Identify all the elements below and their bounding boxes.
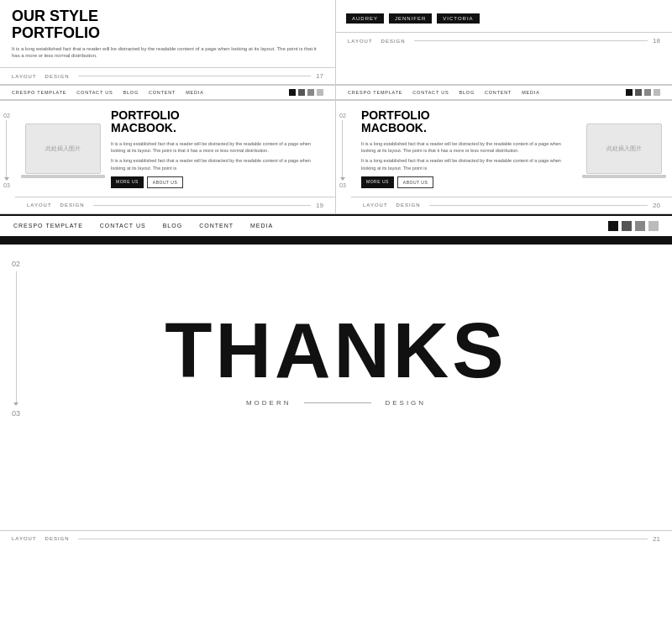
name-btn-victoria[interactable]: VICTORIA — [437, 13, 479, 24]
panel18-design-label: DESIGN — [381, 39, 406, 44]
full-nav-bar: CRESPO TEMPLATE CONTACT US BLOG CONTENT … — [0, 214, 672, 238]
sq-mid-1 — [307, 89, 314, 96]
panel20-num2: 03 — [339, 182, 346, 188]
panel17-page-num: 17 — [316, 72, 323, 80]
nav-right-item4[interactable]: CONTENT — [485, 90, 512, 95]
panel19-btn1[interactable]: MORE US — [111, 176, 144, 188]
full-sq-dark — [622, 221, 632, 231]
sq-black-2 — [626, 89, 633, 96]
nav-right-item3[interactable]: BLOG — [459, 90, 475, 95]
name-btn-jennifer[interactable]: JENNIFER — [389, 13, 432, 24]
panel19-image-placeholder: 此处插入图片 — [25, 124, 101, 174]
panel19-laptop: 此处插入图片 — [25, 109, 101, 188]
full-nav-item3[interactable]: BLOG — [163, 223, 182, 229]
panel20-body1: It is a long established fact that a rea… — [361, 140, 576, 155]
thanks-side-numbers: 02 03 — [12, 260, 20, 418]
full-nav-item4[interactable]: CONTENT — [199, 223, 234, 229]
nav-right-item5[interactable]: MEDIA — [522, 90, 539, 95]
panel17-layout-label: LAYOUT — [12, 74, 37, 79]
panel20-page-num: 20 — [653, 202, 660, 209]
panel20-footer-line — [429, 205, 648, 206]
panel19-num2: 03 — [3, 182, 10, 188]
panel20-laptop: 此处插入图片 — [586, 109, 662, 188]
nav-left-item2[interactable]: CONTACT US — [76, 90, 113, 95]
panel19-btn2[interactable]: ABOUT US — [147, 176, 183, 188]
panel20-layout-label: LAYOUT — [363, 202, 388, 208]
panel-18: AUDREY JENNIFER VICTORIA LAYOUT DESIGN 1… — [336, 0, 672, 84]
panel20-btn1[interactable]: MORE US — [361, 176, 394, 188]
sq-dark-2 — [635, 89, 642, 96]
nav-right-item1[interactable]: CRESPO TEMPLATE — [348, 90, 402, 95]
modern-design-row: MODERN DESIGN — [25, 399, 647, 407]
full-sq-mid — [635, 221, 645, 231]
panel-17: OUR STYLE PORTFOLIO It is a long establi… — [0, 0, 336, 84]
panel20-content: PORTFOLIO MACBOOK. It is a long establis… — [351, 101, 672, 197]
thanks-design-label: DESIGN — [45, 536, 70, 541]
panel-19: 02 03 此处插入图片 PORTFOLIO MACBOOK. It is a … — [0, 101, 336, 213]
nav-left-item1[interactable]: CRESPO TEMPLATE — [12, 90, 66, 95]
panel20-img-text: 此处插入图片 — [606, 145, 642, 153]
sq-mid-2 — [644, 89, 651, 96]
design-label: DESIGN — [385, 399, 426, 407]
panel19-buttons: MORE US ABOUT US — [111, 176, 325, 188]
panel19-side-numbers: 02 03 — [3, 113, 10, 188]
panel19-footer-line — [93, 205, 312, 206]
thanks-footer: LAYOUT DESIGN 21 — [0, 530, 672, 547]
nav-bar-right: CRESPO TEMPLATE CONTACT US BLOG CONTENT … — [336, 85, 672, 100]
modern-label: MODERN — [246, 399, 291, 407]
sq-light-2 — [654, 89, 660, 96]
panel19-design-label: DESIGN — [60, 202, 85, 208]
thanks-num1: 02 — [12, 260, 20, 268]
thanks-num2: 03 — [12, 409, 20, 418]
thanks-page-num: 21 — [653, 535, 660, 543]
panel19-text: PORTFOLIO MACBOOK. It is a long establis… — [111, 109, 325, 188]
panel19-footer: LAYOUT DESIGN 19 — [15, 197, 335, 213]
panel20-image-placeholder: 此处插入图片 — [586, 124, 662, 174]
panel20-btn2[interactable]: ABOUT US — [397, 176, 433, 188]
modern-divider-line — [304, 402, 371, 403]
panel19-body1: It is a long established fact that a rea… — [111, 140, 325, 155]
thanks-footer-line — [78, 539, 648, 539]
nav-left-squares — [289, 89, 323, 96]
panel19-arrow — [3, 120, 10, 181]
panel18-footer: LAYOUT DESIGN 18 — [336, 32, 672, 49]
full-nav-item1[interactable]: CRESPO TEMPLATE — [13, 223, 83, 229]
sq-light-1 — [317, 89, 323, 96]
panel17-body: It is a long established fact that a rea… — [12, 45, 323, 60]
panel18-footer-line — [414, 40, 648, 41]
panel-20: 02 03 PORTFOLIO MACBOOK. It is a long es… — [336, 101, 672, 213]
full-sq-light — [648, 221, 659, 231]
panel19-layout-label: LAYOUT — [27, 202, 52, 208]
panel19-title: PORTFOLIO MACBOOK. — [111, 109, 325, 135]
panel17-design-label: DESIGN — [45, 74, 70, 79]
full-nav-item2[interactable]: CONTACT US — [100, 223, 146, 229]
panel18-name-buttons: AUDREY JENNIFER VICTORIA — [346, 13, 662, 24]
panel20-arrow — [339, 120, 346, 181]
black-divider-bar — [0, 238, 672, 245]
full-nav-squares — [608, 221, 659, 231]
full-nav-item5[interactable]: MEDIA — [250, 223, 273, 229]
thanks-container: THANKS MODERN DESIGN — [25, 261, 647, 432]
sq-dark-1 — [298, 89, 305, 96]
top-nav-bars: CRESPO TEMPLATE CONTACT US BLOG CONTENT … — [0, 85, 672, 101]
thanks-layout-label: LAYOUT — [12, 536, 37, 541]
panel20-num1: 02 — [339, 113, 346, 118]
panel20-body2: It is a long established fact that a rea… — [361, 157, 576, 171]
panel17-footer: LAYOUT DESIGN 17 — [0, 67, 335, 84]
nav-left-item5[interactable]: MEDIA — [186, 90, 203, 95]
name-btn-audrey[interactable]: AUDREY — [346, 13, 384, 24]
nav-right-squares — [626, 89, 660, 96]
panel20-design-label: DESIGN — [396, 202, 421, 208]
panel17-title: OUR STYLE PORTFOLIO — [12, 8, 323, 42]
thanks-title: THANKS — [25, 312, 647, 389]
nav-left-item4[interactable]: CONTENT — [149, 90, 176, 95]
panel19-img-text: 此处插入图片 — [45, 145, 81, 153]
panel18-page-num: 18 — [653, 37, 660, 45]
nav-right-item2[interactable]: CONTACT US — [412, 90, 449, 95]
panel19-num1: 02 — [3, 113, 10, 118]
nav-left-item3[interactable]: BLOG — [123, 90, 139, 95]
panel20-title: PORTFOLIO MACBOOK. — [361, 109, 576, 135]
panel19-content: 此处插入图片 PORTFOLIO MACBOOK. It is a long e… — [15, 101, 335, 197]
panel19-body2: It is a long established fact that a rea… — [111, 157, 325, 171]
panel20-text: PORTFOLIO MACBOOK. It is a long establis… — [361, 109, 576, 188]
